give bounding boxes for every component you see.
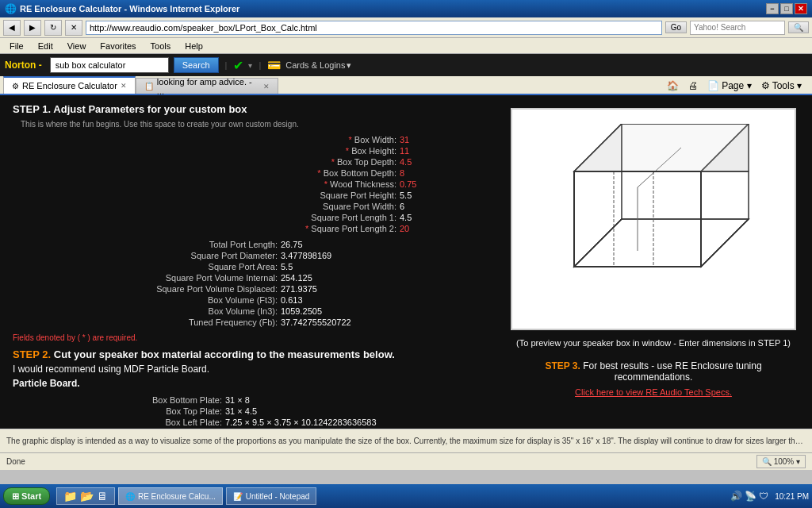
svg-marker-3: [574, 219, 749, 267]
menu-tools[interactable]: Tools: [144, 40, 178, 52]
tab-toolbar-back[interactable]: 🏠: [663, 78, 683, 94]
chevron-down-icon: ▾: [347, 60, 351, 71]
preview-caption: (To preview your speaker box in window -…: [511, 338, 796, 348]
taskbar-time: 10:21 PM: [775, 492, 809, 501]
step1-heading: STEP 1. Adjust Parameters for your custo…: [13, 103, 482, 115]
tab-toolbar-page[interactable]: 📄 Page ▾: [703, 78, 756, 94]
calc-box-vol-in3: Box Volume (In3): 1059.2505: [119, 306, 376, 316]
taskbar-right: 🔊 📡 🛡 10:21 PM: [730, 491, 809, 502]
param-port-length1: Square Port Length 1: 4.5: [311, 213, 450, 222]
step1-section: STEP 1. Adjust Parameters for your custo…: [13, 103, 482, 342]
tab-label-2: looking for amp advice. - ...: [157, 77, 260, 96]
address-input[interactable]: [86, 21, 662, 35]
menu-view[interactable]: View: [61, 40, 93, 52]
start-button[interactable]: ⊞ Start: [3, 487, 50, 505]
tab-icon-1: ⚙: [12, 82, 19, 90]
menu-edit[interactable]: Edit: [32, 40, 59, 52]
bottom-bar: The graphic display is intended as a way…: [0, 429, 812, 452]
param-box-height: * Box Height: 11: [346, 146, 450, 156]
tab-label-1: RE Enclosure Calculator: [22, 81, 117, 90]
tab-toolbar-print[interactable]: 🖨: [684, 78, 702, 94]
cut-left-plate: Box Left Plate: 7.25 × 9.5 × 3.75 × 10.1…: [111, 418, 384, 427]
taskbar-icon-1: 🌐: [125, 492, 135, 501]
stop-button[interactable]: ✕: [65, 20, 82, 36]
window-title: RE Enclosure Calculator - Windows Intern…: [20, 4, 239, 13]
svg-marker-0: [574, 219, 749, 267]
title-bar: 🌐 RE Enclosure Calculator - Windows Inte…: [0, 0, 812, 17]
search-go-button[interactable]: 🔍: [788, 21, 809, 33]
calc-box-vol-ft3: Box Volume (Ft3): 0.613: [119, 295, 376, 305]
tab-amp-advice[interactable]: 📋 looking for amp advice. - ... ✕: [136, 78, 278, 94]
norton-status: ▾: [248, 61, 252, 70]
box-preview-svg: [527, 124, 780, 314]
param-port-length2: * Square Port Length 2: 20: [305, 224, 450, 233]
taskbar: ⊞ Start 📁 📂 🖥 🌐 RE Enclosure Calcu... 📝 …: [0, 484, 812, 508]
norton-search-input[interactable]: [50, 57, 169, 73]
svg-line-10: [574, 219, 622, 267]
title-bar-controls: − □ ✕: [766, 3, 807, 14]
taskbar-label-2: Untitled - Notepad: [246, 492, 310, 501]
menu-bar: File Edit View Favorites Tools Help: [0, 38, 812, 54]
tab-close-1[interactable]: ✕: [121, 82, 127, 90]
search-input[interactable]: [690, 21, 785, 35]
norton-check-icon: ✔: [233, 58, 243, 73]
calc-port-vol-displaced: Square Port Volume Displaced: 271.9375: [119, 284, 376, 294]
calc-port-diameter: Square Port Diameter: 3.477898169: [119, 251, 376, 260]
menu-file[interactable]: File: [3, 40, 30, 52]
param-port-height: Square Port Height: 5.5: [320, 190, 450, 200]
taskbar-tray-icons: 🔊 📡 🛡: [730, 491, 769, 502]
taskbar-item-re-enclosure[interactable]: 🌐 RE Enclosure Calcu...: [118, 487, 223, 505]
calc-port-area: Square Port Area: 5.5: [119, 262, 376, 271]
param-port-width: Square Port Width: 6: [323, 202, 450, 211]
go-button[interactable]: Go: [665, 21, 687, 33]
tab-toolbar-tools[interactable]: ⚙ Tools ▾: [757, 78, 806, 94]
param-box-bottom-depth: * Box Bottom Depth: 8: [317, 168, 450, 178]
cut-bottom-plate: Box Bottom Plate: 31 × 8: [111, 395, 384, 405]
tab-bar: ⚙ RE Enclosure Calculator ✕ 📋 looking fo…: [0, 76, 812, 95]
back-button[interactable]: ◀: [3, 20, 21, 36]
calc-tuned-freq: Tuned Frequency (Fb): 37.742755520722: [119, 318, 376, 327]
step2-sub: I would recommend using MDF Particle Boa…: [13, 364, 482, 375]
maximize-button[interactable]: □: [780, 3, 793, 14]
taskbar-icon-2: 📝: [233, 492, 243, 501]
fields-note: Fields denoted by ( * ) are required.: [13, 333, 482, 342]
param-wood-thickness: * Wood Thickness: 0.75: [324, 179, 450, 189]
refresh-button[interactable]: ↻: [44, 20, 62, 36]
tab-icon-2: 📋: [144, 82, 154, 90]
browser-icon: 🌐: [5, 3, 17, 14]
minimize-button[interactable]: −: [766, 3, 779, 14]
right-panel: (To preview your speaker box in window -…: [495, 95, 812, 429]
norton-search-button[interactable]: Search: [174, 57, 219, 73]
address-bar: ◀ ▶ ↻ ✕ Go 🔍: [0, 17, 812, 38]
svg-marker-1: [574, 171, 622, 267]
tab-close-2[interactable]: ✕: [263, 83, 270, 90]
taskbar-item-notepad[interactable]: 📝 Untitled - Notepad: [226, 487, 317, 505]
svg-marker-18: [622, 124, 749, 171]
status-bar: Done 🔍 100% ▾: [0, 452, 812, 470]
left-panel: STEP 1. Adjust Parameters for your custo…: [0, 95, 495, 429]
close-button[interactable]: ✕: [795, 3, 807, 14]
norton-card-icon: 💳: [267, 59, 281, 71]
separator2: |: [259, 60, 261, 70]
calc-port-vol-internal: Square Port Volume Internal: 254.125: [119, 273, 376, 283]
preview-box: [511, 108, 796, 330]
title-bar-left: 🌐 RE Enclosure Calculator - Windows Inte…: [5, 3, 239, 14]
step3-heading: STEP 3. For best results - use RE Enclos…: [511, 360, 796, 383]
calc-total-port: Total Port Length: 26.75: [119, 240, 376, 249]
param-box-top-depth: * Box Top Depth: 4.5: [331, 157, 450, 167]
taskbar-label-1: RE Enclosure Calcu...: [138, 492, 216, 501]
forward-button[interactable]: ▶: [24, 20, 41, 36]
zoom-level: 🔍 100% ▾: [756, 455, 806, 468]
taskbar-group-icons: 📁 📂 🖥: [56, 487, 115, 505]
main-content: STEP 1. Adjust Parameters for your custo…: [0, 95, 812, 429]
step3-link[interactable]: Click here to view RE Audio Tech Specs.: [511, 387, 796, 397]
norton-cards-button[interactable]: Cards & Logins ▾: [285, 60, 351, 71]
step2-section: STEP 2. Cut your speaker box material ac…: [13, 348, 482, 429]
bottom-note: The graphic display is intended as a way…: [6, 437, 806, 445]
step1-sub: This is where the fun begins. Use this s…: [13, 120, 482, 129]
step3-section: STEP 3. For best results - use RE Enclos…: [511, 360, 796, 397]
menu-favorites[interactable]: Favorites: [94, 40, 142, 52]
step2-heading: STEP 2. Cut your speaker box material ac…: [13, 348, 482, 360]
menu-help[interactable]: Help: [178, 40, 209, 52]
tab-re-enclosure[interactable]: ⚙ RE Enclosure Calculator ✕: [3, 76, 136, 94]
